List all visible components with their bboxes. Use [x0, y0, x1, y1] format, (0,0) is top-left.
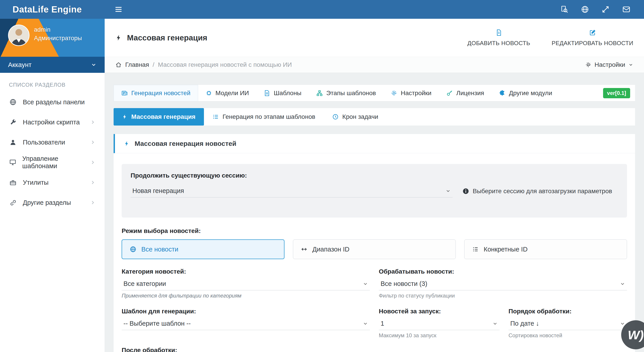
- breadcrumb: Главная / Массовая генерация новостей с …: [105, 57, 644, 73]
- add-news-icon: [495, 29, 502, 36]
- mode-id-range-button[interactable]: Диапазон ID: [293, 239, 456, 259]
- sidebar-item-users[interactable]: Пользователи: [0, 132, 105, 152]
- mode-label: Режим выбора новостей:: [122, 227, 627, 234]
- info-icon: [462, 188, 469, 194]
- breadcrumb-current: Массовая генерация новостей с помощью ИИ: [158, 61, 292, 68]
- chevron-down-icon: [628, 62, 633, 67]
- gear-icon: [585, 62, 592, 68]
- mode-all-news-button[interactable]: Все новости: [122, 239, 284, 259]
- subtab-stage-generation[interactable]: Генерация по этапам шаблонов: [204, 108, 324, 126]
- mass-generation-panel: Массовая генерация новостей Продолжить с…: [114, 134, 635, 352]
- puzzle-icon: [499, 90, 506, 96]
- category-field: Категория новостей: Все категории Примен…: [122, 268, 370, 299]
- template-doc-icon: [264, 90, 270, 96]
- sidebar-item-utilities[interactable]: Утилиты: [0, 173, 105, 192]
- process-hint: Фильтр по статусу публикации: [379, 293, 627, 299]
- mode-specific-ids-button[interactable]: Конкретные ID: [464, 239, 627, 259]
- globe-icon: [10, 99, 16, 106]
- account-toggle[interactable]: Аккаунт: [0, 57, 105, 73]
- edit-news-button[interactable]: РЕДАКТИРОВАТЬ НОВОСТИ: [552, 29, 633, 47]
- chevron-down-icon: [363, 281, 368, 287]
- category-select[interactable]: Все категории: [122, 278, 370, 290]
- key-icon: [446, 90, 453, 96]
- user-role: Администраторы: [34, 35, 82, 42]
- tab-ai-models[interactable]: Модели ИИ: [198, 85, 256, 101]
- panel-title: Массовая генерация новостей: [134, 140, 236, 147]
- chevron-right-icon: [90, 160, 96, 165]
- process-select[interactable]: Все новости (3): [379, 278, 627, 290]
- chevron-right-icon: [90, 200, 96, 205]
- app-logo[interactable]: DataLife Engine: [0, 4, 105, 14]
- subtab-mass-generation[interactable]: Массовая генерация: [114, 108, 204, 126]
- order-select[interactable]: По дате ↓: [508, 318, 627, 330]
- chevron-down-icon: [446, 188, 451, 194]
- category-hint: Применяется для фильтрации по категориям: [122, 293, 370, 299]
- home-icon: [116, 62, 122, 68]
- add-news-button[interactable]: ДОБАВИТЬ НОВОСТЬ: [467, 29, 530, 47]
- list-bars-icon: [472, 246, 479, 253]
- tab-news-generation[interactable]: Генерация новостей: [114, 85, 198, 101]
- globe-icon: [130, 246, 136, 253]
- globe-icon[interactable]: [581, 5, 589, 13]
- session-hint: Выберите сессию для автозагрузки парамет…: [462, 188, 612, 195]
- process-field: Обрабатывать новости: Все новости (3) Фи…: [379, 268, 627, 299]
- menu-toggle-button[interactable]: [114, 5, 122, 13]
- mail-icon[interactable]: [622, 5, 630, 14]
- list-icon: [212, 114, 219, 120]
- tab-templates[interactable]: Шаблоны: [256, 85, 309, 101]
- sidebar-item-script-settings[interactable]: Настройки скрипта: [0, 112, 105, 132]
- sidebar-item-all-sections[interactable]: Все разделы панели: [0, 92, 105, 112]
- chevron-right-icon: [90, 119, 96, 125]
- breadcrumb-home-link[interactable]: Главная: [116, 61, 149, 68]
- avatar: [8, 24, 30, 46]
- hamburger-icon: [114, 5, 122, 13]
- session-label: Продолжить существующую сессию:: [130, 172, 247, 179]
- account-label: Аккаунт: [8, 61, 32, 69]
- newspaper-icon: [121, 90, 128, 96]
- session-select[interactable]: Новая генерация: [130, 185, 452, 197]
- tab-other-modules[interactable]: Другие модули: [492, 85, 560, 101]
- profile-header: admin Администраторы: [0, 19, 105, 57]
- topbar: DataLife Engine: [0, 0, 644, 19]
- link-icon: [10, 199, 16, 206]
- tab-license[interactable]: Лицензия: [439, 85, 492, 101]
- sidebar-nav: Все разделы панели Настройки скрипта Пол…: [0, 92, 105, 213]
- order-field: Порядок обработки: По дате ↓ Сортировка …: [508, 308, 627, 339]
- sidebar-section-label: СПИСОК РАЗДЕЛОВ: [0, 73, 105, 92]
- gear-icon: [391, 90, 397, 96]
- user-icon: [10, 139, 16, 146]
- subtabs: Массовая генерация Генерация по этапам ш…: [114, 108, 635, 126]
- template-field: Шаблон для генерации: -- Выберите шаблон…: [122, 308, 370, 339]
- lightning-icon: [124, 140, 130, 147]
- sitemap-icon: [316, 90, 323, 96]
- chevron-right-icon: [90, 139, 96, 145]
- clock-icon: [332, 114, 338, 120]
- tab-template-stages[interactable]: Этапы шаблонов: [309, 85, 383, 101]
- module-tabs: Генерация новостей Модели ИИ Шаблоны Эта…: [114, 85, 635, 101]
- doc-search-icon[interactable]: [560, 5, 568, 13]
- tab-settings[interactable]: Настройки: [383, 85, 439, 101]
- user-name: admin: [34, 26, 50, 33]
- monitor-icon: [9, 159, 16, 166]
- wrench-icon: [10, 119, 16, 126]
- chevron-down-icon: [363, 321, 368, 326]
- fullscreen-icon[interactable]: [602, 5, 610, 13]
- sidebar-item-other-sections[interactable]: Другие разделы: [0, 192, 105, 213]
- arrows-horizontal-icon: [301, 246, 308, 253]
- chevron-down-icon: [91, 62, 96, 68]
- breadcrumb-settings-menu[interactable]: Настройки: [585, 61, 633, 68]
- per-run-field: Новостей за запуск: 1 Максимум 10 за зап…: [379, 308, 500, 339]
- chevron-down-icon: [620, 281, 625, 287]
- sidebar: admin Администраторы Аккаунт СПИСОК РАЗД…: [0, 19, 105, 352]
- edit-icon: [589, 29, 596, 36]
- lightning-icon: [116, 34, 122, 41]
- per-run-select[interactable]: 1: [379, 318, 500, 330]
- order-hint: Сортировка новостей: [508, 332, 627, 339]
- subtab-cron-tasks[interactable]: Крон задачи: [324, 108, 387, 126]
- per-run-hint: Максимум 10 за запуск: [379, 332, 500, 339]
- chevron-down-icon: [492, 321, 498, 326]
- utilities-icon: [10, 179, 16, 186]
- after-processing-label: После обработки:: [122, 347, 627, 352]
- template-select[interactable]: -- Выберите шаблон --: [122, 318, 370, 330]
- sidebar-item-template-management[interactable]: Управление шаблонами: [0, 152, 105, 173]
